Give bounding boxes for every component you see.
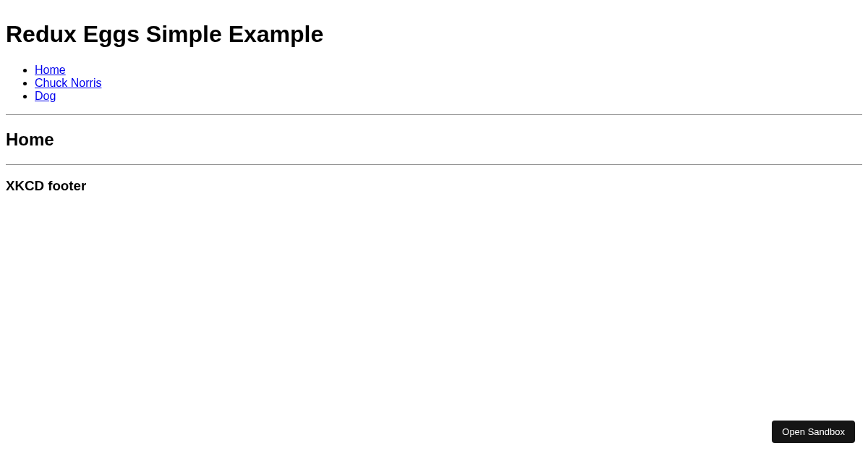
nav-item: Home	[35, 64, 862, 77]
nav-link-home[interactable]: Home	[35, 64, 66, 76]
divider	[6, 164, 862, 165]
nav-item: Dog	[35, 90, 862, 103]
page-title: Redux Eggs Simple Example	[6, 21, 862, 48]
nav-item: Chuck Norris	[35, 77, 862, 90]
nav-list: Home Chuck Norris Dog	[6, 64, 862, 103]
nav-link-dog[interactable]: Dog	[35, 90, 56, 102]
divider	[6, 114, 862, 115]
section-heading: Home	[6, 130, 862, 150]
nav-link-chuck-norris[interactable]: Chuck Norris	[35, 77, 101, 89]
open-sandbox-button[interactable]: Open Sandbox	[772, 421, 855, 443]
footer-heading: XKCD footer	[6, 178, 862, 194]
